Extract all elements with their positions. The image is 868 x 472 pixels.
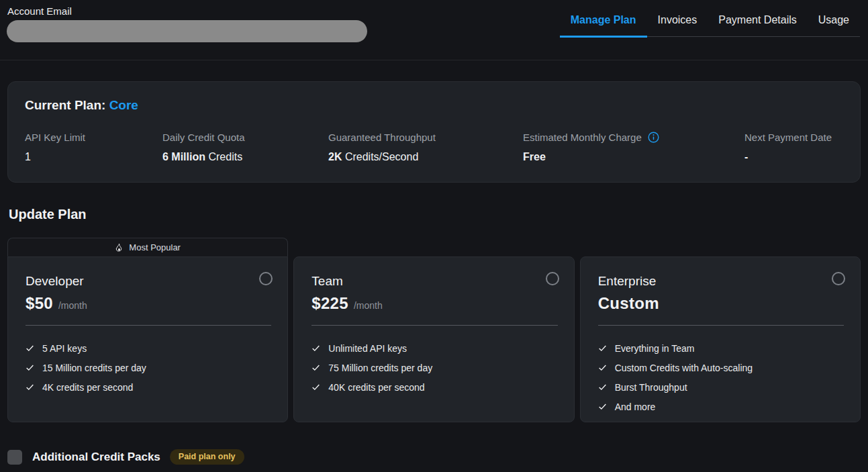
plan-price: $225 (311, 294, 348, 313)
plan-card-developer[interactable]: Developer$50/month5 API keys15 Million c… (7, 256, 288, 422)
plan-feature-text: And more (615, 402, 656, 412)
stat-label: API Key Limit (25, 132, 162, 143)
update-plan-heading: Update Plan (9, 207, 868, 222)
tab-usage[interactable]: Usage (808, 5, 860, 38)
plan-feature-text: 15 Million credits per day (42, 363, 146, 373)
plan-radio-team[interactable] (546, 272, 559, 285)
stat-label: Next Payment Date (744, 132, 843, 143)
check-icon (311, 363, 320, 372)
plan-feature-text: Custom Credits with Auto-scaling (615, 363, 753, 373)
additional-credit-packs-checkbox[interactable] (7, 450, 22, 465)
plan-price-row: $225/month (311, 294, 557, 313)
plan-name: Enterprise (598, 274, 844, 289)
plan-feature-text: 5 API keys (42, 343, 87, 354)
billing-header: Account Email Manage PlanInvoicesPayment… (0, 0, 868, 60)
plan-period: /month (58, 300, 87, 311)
plan-divider (311, 325, 557, 326)
account-email-input[interactable] (7, 20, 367, 42)
plan-price: $50 (26, 294, 53, 313)
stat-label: Estimated Monthly Charge (523, 132, 744, 143)
check-icon (598, 383, 607, 391)
stat-label-text: Daily Credit Quota (162, 132, 245, 143)
banner-label: Most Popular (129, 242, 181, 252)
most-popular-banner: Most Popular (7, 238, 288, 256)
check-icon (26, 344, 34, 352)
flame-icon (115, 243, 124, 252)
plan-feature: 5 API keys (26, 338, 271, 358)
stat-value: 6 Million Credits (162, 151, 328, 163)
stat-value: - (744, 151, 843, 163)
plan-feature-text: 75 Million credits per day (328, 363, 432, 373)
current-plan-name: Core (109, 98, 138, 112)
check-icon (26, 383, 34, 391)
stat-label-text: Guaranteed Throughput (328, 132, 436, 143)
stat-label-text: Next Payment Date (744, 132, 832, 143)
plan-price-row: Custom (598, 294, 844, 313)
check-icon (26, 363, 34, 372)
plan-feature: And more (598, 397, 844, 416)
banner-spacer (293, 238, 574, 256)
info-icon (648, 132, 659, 143)
plan-feature: 40K credits per second (311, 377, 557, 397)
billing-tabs: Manage PlanInvoicesPayment DetailsUsage (560, 5, 860, 37)
plan-options: Most PopularDeveloper$50/month5 API keys… (7, 238, 861, 422)
stat-label: Guaranteed Throughput (328, 132, 523, 143)
plan-divider (598, 325, 844, 326)
stat-daily-credit-quota: Daily Credit Quota6 Million Credits (162, 132, 328, 163)
plan-feature: Custom Credits with Auto-scaling (598, 358, 844, 377)
plan-feature-text: Unlimited API keys (328, 343, 407, 354)
check-icon (311, 383, 320, 391)
stat-value: 2K Credits/Second (328, 151, 523, 163)
current-plan-stats: API Key Limit1Daily Credit Quota6 Millio… (25, 132, 843, 163)
additional-credit-packs-row: Additional Credit Packs Paid plan only (7, 449, 868, 465)
check-icon (598, 402, 607, 411)
paid-plan-only-badge: Paid plan only (170, 449, 244, 465)
stat-label-text: Estimated Monthly Charge (523, 132, 642, 143)
plan-option-enterprise: EnterpriseCustomEverything in TeamCustom… (580, 238, 861, 422)
banner-spacer (580, 238, 861, 256)
plan-feature: 4K credits per second (26, 377, 271, 397)
plan-option-team: Team$225/monthUnlimited API keys75 Milli… (293, 238, 574, 422)
stat-value: 1 (25, 151, 162, 163)
stat-next-payment-date: Next Payment Date- (744, 132, 843, 163)
additional-credit-packs-label: Additional Credit Packs (32, 451, 160, 464)
plan-feature-text: 4K credits per second (42, 382, 133, 393)
tab-manage-plan[interactable]: Manage Plan (560, 5, 647, 38)
current-plan-title: Current Plan: Core (25, 98, 843, 113)
account-email-group: Account Email (7, 5, 367, 42)
plan-feature-text: Burst Throughput (615, 382, 687, 393)
check-icon (311, 344, 320, 352)
plan-feature-text: Everything in Team (615, 343, 695, 354)
plan-divider (26, 325, 271, 326)
check-icon (598, 344, 607, 352)
plan-feature-text: 40K credits per second (328, 382, 424, 393)
plan-price: Custom (598, 294, 659, 313)
plan-price-row: $50/month (26, 294, 271, 313)
plan-feature: Burst Throughput (598, 377, 844, 397)
account-email-label: Account Email (7, 5, 367, 17)
plan-card-team[interactable]: Team$225/monthUnlimited API keys75 Milli… (293, 256, 574, 422)
stat-label-text: API Key Limit (25, 132, 85, 143)
tab-payment-details[interactable]: Payment Details (708, 5, 808, 38)
plan-feature: 75 Million credits per day (311, 358, 557, 377)
current-plan-title-prefix: Current Plan: (25, 98, 105, 112)
stat-api-key-limit: API Key Limit1 (25, 132, 162, 163)
plan-name: Developer (26, 274, 271, 289)
plan-feature: 15 Million credits per day (26, 358, 271, 377)
tab-invoices[interactable]: Invoices (647, 5, 708, 38)
plan-radio-enterprise[interactable] (832, 272, 845, 285)
plan-feature: Unlimited API keys (311, 338, 557, 358)
plan-name: Team (311, 274, 557, 289)
plan-card-enterprise[interactable]: EnterpriseCustomEverything in TeamCustom… (580, 256, 861, 422)
plan-option-developer: Most PopularDeveloper$50/month5 API keys… (7, 238, 288, 422)
stat-guaranteed-throughput: Guaranteed Throughput2K Credits/Second (328, 132, 523, 163)
check-icon (598, 363, 607, 372)
plan-period: /month (354, 300, 383, 311)
stat-estimated-monthly-charge: Estimated Monthly ChargeFree (523, 132, 744, 163)
current-plan-card: Current Plan: Core API Key Limit1Daily C… (7, 81, 861, 183)
plan-feature: Everything in Team (598, 338, 844, 358)
stat-label: Daily Credit Quota (162, 132, 328, 143)
stat-value: Free (523, 151, 744, 163)
